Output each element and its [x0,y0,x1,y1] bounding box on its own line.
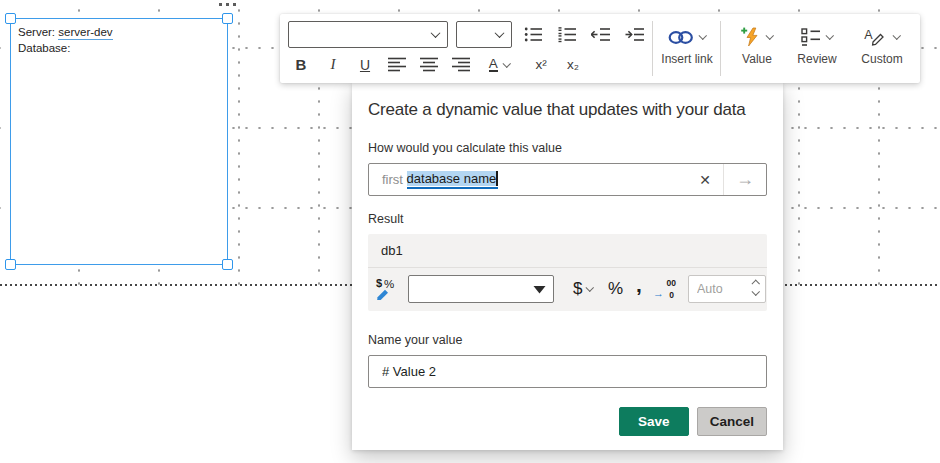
font-color-letter: A [489,57,498,72]
chevron-down-icon [752,287,760,295]
bullet-list-icon [524,26,543,43]
dynamic-value-bolt-icon [741,27,761,47]
dynamic-format-icon[interactable]: $ % [375,277,401,301]
bold-button[interactable]: B [286,51,316,78]
underline-button[interactable]: U [350,51,380,78]
resize-handle-top-left[interactable] [5,13,16,24]
cancel-button[interactable]: Cancel [697,407,767,436]
database-line: Database: [18,40,220,56]
arrow-right-icon: → [736,169,754,190]
superscript-button[interactable]: x² [526,51,556,78]
custom-label: Custom [861,52,902,66]
chevron-down-icon [826,32,834,40]
review-checklist-icon [801,28,821,46]
toolbar-divider [720,21,721,76]
bullet-list-button[interactable] [518,21,548,48]
resize-handle-bottom-right[interactable] [222,259,233,270]
query-recognized-entity: database name [407,171,498,189]
percent-format-button[interactable]: % [608,279,623,299]
result-panel: db1 $ % $ % , 0 [368,234,767,311]
resize-handle-bottom-left[interactable] [5,259,16,270]
thousands-separator-button[interactable]: , [636,273,642,297]
italic-button[interactable]: I [318,51,348,78]
textbox-content: Server: server-dev Database: [11,19,227,61]
spinner-arrows[interactable] [753,280,759,295]
chevron-down-icon [766,32,774,40]
align-right-icon [452,57,470,72]
arrow-right-icon: → [653,287,664,299]
font-family-dropdown[interactable] [288,21,448,48]
chevron-down-icon[interactable] [586,284,594,292]
value-button[interactable]: Value [728,14,786,83]
chevron-down-icon [503,59,511,67]
numbered-list-icon [558,26,577,43]
chevron-up-icon [752,280,760,288]
align-right-button[interactable] [446,51,476,78]
dropdown-arrow-icon [533,285,546,294]
decimal-places-spinner[interactable] [688,275,766,303]
chevron-down-icon [495,28,505,38]
query-prefix-text: first [382,172,407,187]
decrease-indent-button[interactable] [586,21,616,48]
textbox-drag-dots[interactable] [219,3,236,6]
chevron-down-icon [893,32,901,40]
custom-button[interactable]: A Custom [850,14,914,83]
resize-handle-top-right[interactable] [222,13,233,24]
close-icon: ✕ [699,172,711,188]
server-label: Server: [18,26,55,38]
link-icon [668,29,694,46]
format-toolbar: $ % $ % , 00 → 0 [368,268,767,310]
question-label: How would you calculate this value [368,141,562,155]
currency-format-button[interactable]: $ [573,279,582,299]
increase-indent-button[interactable] [620,21,650,48]
report-canvas: Server: server-dev Database: [0,0,940,463]
textbox-visual[interactable]: Server: server-dev Database: [10,18,228,265]
pencil-icon [377,287,392,300]
align-left-button[interactable] [382,51,412,78]
value-name-input[interactable] [368,355,767,388]
decrease-indent-icon [591,26,611,43]
increase-indent-icon [625,26,645,43]
align-left-icon [388,57,406,72]
save-button[interactable]: Save [619,407,689,436]
result-label: Result [368,212,403,226]
align-center-icon [420,57,438,72]
font-size-dropdown[interactable] [456,21,512,48]
result-value: db1 [368,234,767,268]
custom-format-icon: A [864,28,886,46]
align-center-button[interactable] [414,51,444,78]
server-dynamic-value[interactable]: server-dev [58,26,112,40]
dynamic-value-dialog: Create a dynamic value that updates with… [352,83,783,450]
calculation-query-input[interactable]: first database name ✕ → [368,163,767,196]
clear-query-button[interactable]: ✕ [687,164,723,195]
dialog-buttons: Save Cancel [619,407,767,436]
font-color-button[interactable]: A [478,51,520,78]
decimal-places-input[interactable] [689,282,737,296]
chevron-down-icon [431,28,441,38]
insert-link-button[interactable]: Insert link [656,14,718,83]
review-label: Review [797,52,836,66]
format-type-dropdown[interactable] [408,275,554,303]
dialog-title: Create a dynamic value that updates with… [368,100,768,120]
text-caret [496,171,498,186]
name-label: Name your value [368,333,463,347]
server-line: Server: server-dev [18,24,220,40]
text-formatting-toolbar: B I U A x² x₂ [280,14,920,83]
insert-link-label: Insert link [661,52,712,66]
subscript-button[interactable]: x₂ [558,51,588,78]
review-button[interactable]: Review [788,14,846,83]
submit-query-button[interactable]: → [723,164,766,195]
value-label: Value [742,52,772,66]
numbered-list-button[interactable] [552,21,582,48]
chevron-down-icon [699,32,707,40]
decimal-places-icon-button[interactable]: 00 → 0 [653,278,677,300]
toolbar-divider [652,21,653,76]
